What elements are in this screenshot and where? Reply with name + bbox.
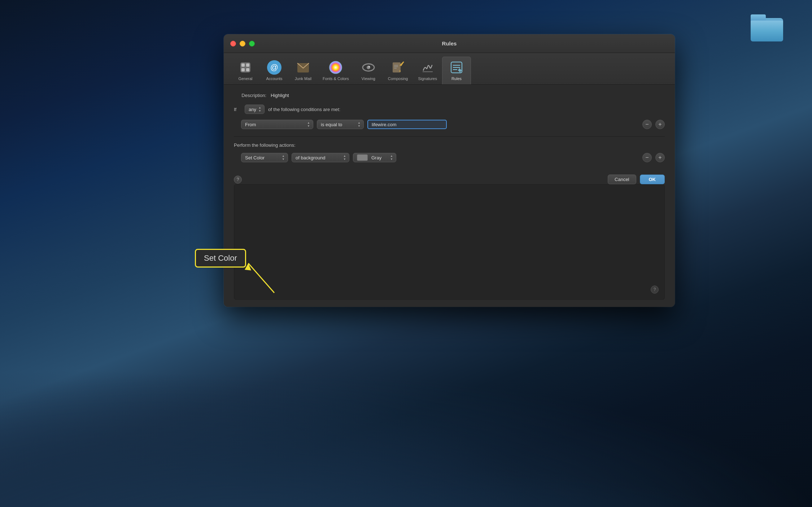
content-area: Description: Highlight If any ▲ ▼ of the… (224, 85, 675, 307)
signatures-label: Signatures (418, 76, 437, 81)
rules-window: Rules General @ Accounts (224, 34, 675, 307)
conditions-text: of the following conditions are met: (268, 107, 340, 112)
svg-rect-1 (241, 63, 245, 67)
arrow-up-icon: ▲ (258, 106, 261, 109)
of-bg-arrow-up-icon: ▲ (343, 155, 346, 158)
rules-label: Rules (451, 76, 462, 81)
set-color-dropdown-text: Set Color (245, 155, 265, 160)
color-swatch (357, 154, 368, 161)
of-background-dropdown-arrows: ▲ ▼ (343, 155, 346, 161)
folder-tab (751, 14, 766, 21)
svg-point-6 (329, 61, 342, 74)
help-button[interactable]: ? (234, 176, 242, 184)
add-action-button[interactable]: + (655, 153, 665, 162)
window-title: Rules (442, 40, 457, 47)
if-label: If (234, 107, 241, 112)
from-arrow-up-icon: ▲ (307, 122, 310, 124)
folder-front (751, 21, 783, 41)
composing-label: Composing (388, 76, 408, 81)
add-condition-button[interactable]: + (655, 120, 665, 129)
accounts-label: Accounts (266, 76, 282, 81)
from-dropdown-text: From (245, 122, 256, 127)
svg-marker-21 (458, 68, 462, 72)
description-value: Highlight (271, 93, 289, 98)
general-icon (238, 60, 253, 75)
empty-area: ? (234, 184, 665, 300)
toolbar-item-general[interactable]: General (231, 57, 260, 84)
svg-rect-3 (241, 68, 245, 71)
action-row: Set Color ▲ ▼ of background ▲ ▼ Gray (234, 153, 665, 162)
is-equal-dropdown-arrows: ▲ ▼ (358, 122, 361, 128)
bottom-row: ? Cancel OK (234, 169, 665, 184)
condition-row: If any ▲ ▼ of the following conditions a… (234, 105, 665, 114)
maximize-button[interactable] (249, 41, 255, 47)
set-color-dropdown[interactable]: Set Color ▲ ▼ (241, 153, 288, 162)
is-equal-arrow-down-icon: ▼ (358, 125, 361, 128)
color-arrow-down-icon: ▼ (390, 158, 393, 161)
from-row: From ▲ ▼ is equal to ▲ ▼ − + (234, 120, 665, 129)
any-dropdown[interactable]: any ▲ ▼ (245, 105, 265, 114)
composing-icon (390, 60, 406, 75)
is-equal-dropdown[interactable]: is equal to ▲ ▼ (317, 120, 364, 129)
viewing-icon (361, 60, 376, 75)
is-equal-arrow-up-icon: ▲ (358, 122, 361, 124)
toolbar-item-junk-mail[interactable]: Junk Mail (289, 57, 318, 84)
set-color-arrow-up-icon: ▲ (282, 155, 285, 158)
toolbar-item-rules[interactable]: Rules (442, 57, 471, 84)
toolbar: General @ Accounts Junk Mail (224, 53, 675, 85)
from-dropdown[interactable]: From ▲ ▼ (241, 120, 313, 129)
color-arrow-up-icon: ▲ (390, 155, 393, 158)
title-bar: Rules (224, 34, 675, 53)
svg-point-9 (368, 66, 370, 67)
folder-icon[interactable] (751, 14, 783, 41)
of-background-dropdown-text: of background (296, 155, 325, 160)
toolbar-item-viewing[interactable]: Viewing (354, 57, 383, 84)
toolbar-item-composing[interactable]: Composing (383, 57, 413, 84)
set-color-annotation-box: Set Color (195, 249, 246, 268)
any-dropdown-arrows: ▲ ▼ (258, 106, 261, 113)
ok-button[interactable]: OK (640, 175, 665, 184)
viewing-label: Viewing (362, 76, 375, 81)
from-arrow-down-icon: ▼ (307, 125, 310, 128)
empty-area-help-button[interactable]: ? (651, 286, 659, 294)
accounts-icon: @ (267, 60, 282, 75)
actions-label: Perform the following actions: (234, 142, 665, 148)
svg-rect-10 (393, 62, 401, 72)
section-separator (234, 136, 665, 137)
toolbar-item-accounts[interactable]: @ Accounts (260, 57, 289, 84)
color-dropdown-text: Gray (371, 155, 381, 160)
junk-mail-icon (296, 60, 311, 75)
general-label: General (238, 76, 252, 81)
set-color-arrow-down-icon: ▼ (282, 158, 285, 161)
fonts-colors-label: Fonts & Colors (323, 76, 349, 81)
toolbar-item-signatures[interactable]: Signatures (413, 57, 442, 84)
cancel-button[interactable]: Cancel (608, 175, 636, 184)
traffic-lights (230, 41, 255, 47)
remove-condition-button[interactable]: − (642, 120, 652, 129)
of-bg-arrow-down-icon: ▼ (343, 158, 346, 161)
email-input[interactable] (367, 120, 447, 129)
remove-action-button[interactable]: − (642, 153, 652, 162)
signatures-icon (420, 60, 435, 75)
svg-point-8 (367, 66, 370, 69)
color-dropdown[interactable]: Gray ▲ ▼ (353, 153, 396, 162)
of-background-dropdown[interactable]: of background ▲ ▼ (292, 153, 349, 162)
set-color-dropdown-arrows: ▲ ▼ (282, 155, 285, 161)
color-dropdown-arrows: ▲ ▼ (390, 155, 393, 161)
description-row: Description: Highlight (234, 93, 665, 98)
close-button[interactable] (230, 41, 236, 47)
svg-rect-4 (246, 68, 249, 71)
minimize-button[interactable] (240, 41, 245, 47)
rules-icon (449, 60, 464, 75)
from-dropdown-arrows: ▲ ▼ (307, 122, 310, 128)
fonts-colors-icon (328, 60, 343, 75)
junk-mail-label: Junk Mail (295, 76, 311, 81)
toolbar-item-fonts-colors[interactable]: Fonts & Colors (318, 57, 354, 84)
arrow-down-icon: ▼ (258, 110, 261, 113)
set-color-annotation-text: Set Color (204, 253, 237, 263)
any-dropdown-text: any (249, 107, 256, 112)
description-label: Description: (234, 93, 266, 98)
is-equal-dropdown-text: is equal to (321, 122, 342, 127)
svg-rect-2 (246, 63, 249, 67)
